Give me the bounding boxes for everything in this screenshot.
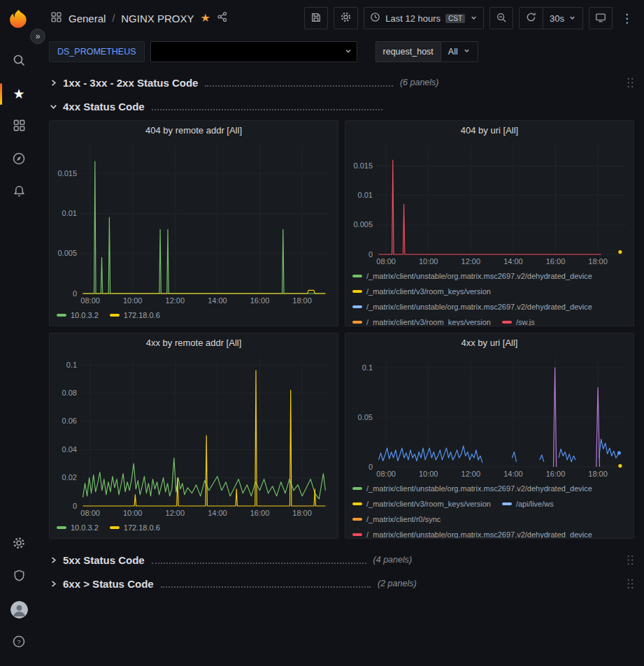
timeseries-plot[interactable]: 00.020.040.060.080.108:0010:0012:0014:00… [50,352,338,519]
svg-text:12:00: 12:00 [166,296,185,305]
chart-4xx-by-remote-addr: 00.020.040.060.080.108:0010:0012:0014:00… [50,352,338,519]
sidebar-item-dashboards[interactable] [0,110,38,143]
row-title: 1xx - 3xx - 2xx Status Code [63,77,198,89]
sidebar-item-profile[interactable] [0,593,38,626]
favorite-star-icon[interactable]: ★ [200,13,210,24]
request-host-value-dropdown[interactable]: All [441,41,478,62]
svg-text:14:00: 14:00 [208,509,227,517]
shield-icon [13,569,26,585]
legend-label: 10.0.3.2 [71,311,99,319]
sidebar-item-search[interactable] [0,45,38,78]
row-1xx-3xx-2xx[interactable]: 1xx - 3xx - 2xx Status Code (6 panels) [49,73,634,92]
legend-item[interactable]: /_matrix/client/unstable/org.matrix.msc2… [352,481,592,496]
compass-icon [12,152,26,168]
zoom-out-icon [496,12,507,25]
legend-item[interactable]: 10.0.3.2 [57,520,99,535]
kebab-menu-button[interactable]: ⋮ [618,11,636,26]
tv-mode-button[interactable] [589,7,613,29]
sidebar-item-configuration[interactable] [0,528,38,560]
svg-text:16:00: 16:00 [250,296,270,305]
sidebar-item-help[interactable]: ? [0,626,38,659]
legend-label: /_matrix/client/unstable/org.matrix.msc2… [366,530,592,538]
host-variable-select[interactable] [150,41,357,62]
sidebar-item-server-admin[interactable] [0,560,38,593]
dotted-leader [205,85,393,87]
sidebar-item-starred[interactable]: ★ [0,78,38,110]
timezone-badge: CST [445,14,465,23]
refresh-interval-dropdown[interactable]: 30s [543,8,582,29]
sidebar-item-explore[interactable] [0,143,38,176]
chart-404-by-uri: 00.0050.010.01508:0010:0012:0014:0016:00… [345,140,634,267]
legend-item[interactable]: /_matrix/client/unstable/org.matrix.msc2… [352,299,592,314]
grafana-logo-icon[interactable] [7,8,31,32]
svg-text:0.05: 0.05 [358,413,373,421]
legend-item[interactable]: /_matrix/client/v3/room_keys/version [352,314,491,326]
panel-title[interactable]: 4xx by uri [All] [345,333,634,352]
row-6xx[interactable]: 6xx > Status Code (2 panels) [49,574,634,593]
panels-grid: 404 by remote addr [All] 00.0050.010.015… [49,120,634,539]
row-drag-handle-icon[interactable] [627,578,634,590]
timeseries-plot[interactable]: 00.0050.010.01508:0010:0012:0014:0016:00… [50,140,338,306]
series-color-marker-icon [110,314,120,317]
sidebar-expand-toggle[interactable]: » [30,29,45,44]
row-title: 4xx Status Code [63,101,145,113]
sidebar-nav: ★ [0,45,38,209]
legend-item[interactable]: /_matrix/client/r0/sync [352,512,441,527]
row-drag-handle-icon[interactable] [627,554,634,566]
svg-text:16:00: 16:00 [250,509,270,517]
chevron-right-icon [49,579,58,588]
legend-item[interactable]: /api/live/ws [502,496,554,512]
svg-text:08:00: 08:00 [376,257,396,266]
refresh-button[interactable] [520,8,543,29]
dashboard-settings-button[interactable] [334,7,358,29]
time-range-picker[interactable]: Last 12 hours CST [364,7,484,29]
dashboards-grid-icon [13,119,26,135]
chevron-down-icon [344,45,352,58]
legend-item[interactable]: 172.18.0.6 [110,307,160,323]
breadcrumb-folder[interactable]: General [69,13,106,24]
request-host-label[interactable]: request_host [375,41,441,62]
timeseries-plot[interactable]: 00.050.108:0010:0012:0014:0016:0018:00 [345,352,634,479]
legend-item[interactable]: /_matrix/client/v3/room_keys/version [352,284,491,299]
save-floppy-icon [310,12,322,25]
legend-item[interactable]: /_matrix/client/unstable/org.matrix.msc2… [352,268,592,284]
svg-text:10:00: 10:00 [123,296,143,305]
topbar-actions: Last 12 hours CST [304,7,636,29]
legend-label: /_matrix/client/unstable/org.matrix.msc2… [366,484,592,493]
zoom-out-button[interactable] [489,7,513,29]
chart-404-by-remote-addr: 00.0050.010.01508:0010:0012:0014:0016:00… [50,140,338,306]
legend-item[interactable]: /_matrix/client/unstable/org.matrix.msc2… [352,527,592,538]
panel-title[interactable]: 404 by remote addr [All] [50,121,338,140]
row-panel-count: (2 panels) [378,579,417,588]
datasource-variable[interactable]: DS_PROMETHEUS [49,41,145,62]
legend-item[interactable]: /sw.js [502,314,535,326]
row-5xx[interactable]: 5xx Status Code (4 panels) [49,550,634,570]
legend-item[interactable]: /_matrix/client/v3/room_keys/version [352,496,491,512]
legend-label: 172.18.0.6 [124,311,160,319]
svg-text:0: 0 [73,289,77,298]
series-color-marker-icon [57,526,66,529]
row-title: 5xx Status Code [63,554,145,566]
svg-text:16:00: 16:00 [546,257,566,266]
legend-item[interactable]: 10.0.3.2 [57,307,99,323]
row-4xx[interactable]: 4xx Status Code [49,96,634,116]
chevron-right-icon [49,78,58,87]
svg-text:12:00: 12:00 [461,470,481,478]
dashboard-title[interactable]: NGINX PROXY [121,13,194,24]
monitor-icon [595,12,606,25]
legend-label: 172.18.0.6 [124,523,160,532]
legend-item[interactable]: 172.18.0.6 [110,520,160,535]
series-color-marker-icon [352,487,362,490]
sidebar-item-alerting[interactable] [0,176,38,209]
row-drag-handle-icon[interactable] [627,77,634,89]
svg-text:0: 0 [368,250,373,259]
svg-text:12:00: 12:00 [461,257,481,266]
timeseries-plot[interactable]: 00.0050.010.01508:0010:0012:0014:0016:00… [345,140,634,267]
panel-title[interactable]: 4xx by remote addr [All] [50,333,338,352]
share-icon[interactable] [217,11,228,25]
legend-label: /_matrix/client/v3/room_keys/version [366,287,491,296]
panel-title[interactable]: 404 by uri [All] [345,121,634,140]
panel-404-by-remote-addr: 404 by remote addr [All] 00.0050.010.015… [49,120,338,326]
bell-icon [13,184,26,201]
save-dashboard-button[interactable] [304,7,328,29]
